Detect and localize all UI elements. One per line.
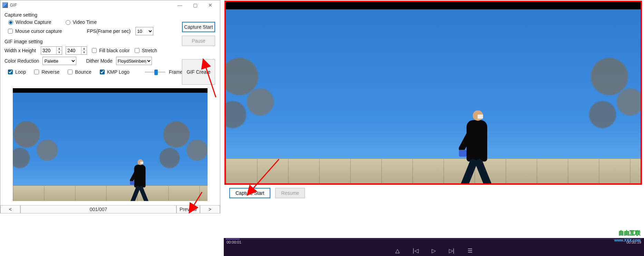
dialog-body: Capture setting Window Capture Video Tim… (0, 10, 220, 78)
width-down-icon[interactable]: ▼ (57, 51, 62, 54)
radio-window-capture-label: Window Capture (16, 19, 51, 25)
check-fill-black-input[interactable] (92, 48, 97, 53)
radio-window-capture[interactable]: Window Capture (7, 19, 51, 25)
pause-button[interactable]: Pause (182, 36, 215, 46)
prev-button[interactable]: < (0, 205, 20, 213)
radio-window-capture-input[interactable] (8, 20, 13, 25)
check-mouse-cursor[interactable]: Mouse cursor capture (7, 28, 62, 35)
titlebar: GIF — ▢ ✕ (0, 0, 220, 10)
check-fill-black-label: Fill black color (99, 48, 130, 53)
close-button[interactable]: ✕ (203, 0, 218, 10)
height-spin[interactable]: ▲▼ (66, 46, 87, 55)
progress-track[interactable] (226, 239, 642, 239)
check-fill-black[interactable]: Fill black color (90, 47, 130, 54)
width-input[interactable] (41, 47, 56, 54)
check-reverse-label: Reverse (41, 69, 59, 75)
radio-video-time-input[interactable] (66, 20, 70, 25)
minimize-button[interactable]: — (172, 0, 188, 10)
check-bounce-label: Bounce (75, 69, 91, 75)
preview-button[interactable]: Preview (176, 205, 200, 213)
dither-mode-select[interactable]: FloydSteinberg (116, 57, 152, 65)
fps-select[interactable]: 10 (135, 27, 153, 35)
slider-thumb-icon[interactable] (154, 70, 158, 75)
next-track-icon[interactable]: ▷| (449, 247, 454, 254)
watermark-text: 自由互联 (618, 229, 641, 237)
radio-video-time-label: Video Time (73, 19, 97, 25)
width-spin[interactable]: ▲▼ (41, 46, 62, 55)
check-reverse-input[interactable] (34, 70, 39, 74)
next-button[interactable]: > (200, 205, 220, 213)
check-kmp-logo-input[interactable] (100, 70, 105, 74)
gif-dialog: GIF — ▢ ✕ Capture setting Window Capture… (0, 0, 220, 213)
check-mouse-cursor-input[interactable] (8, 29, 13, 34)
watermark-url: www.XXX.com (614, 238, 641, 242)
width-height-label: Width x Height (4, 48, 36, 53)
app-icon (2, 2, 8, 8)
check-mouse-cursor-label: Mouse cursor capture (15, 28, 62, 34)
maximize-button[interactable]: ▢ (188, 0, 203, 10)
page-counter: 001/007 (20, 205, 176, 213)
preview-nav-bar: < 001/007 Preview > (0, 205, 220, 213)
color-reduction-label: Color Reduction (4, 58, 39, 64)
fps-label: FPS(Frame per sec) (87, 28, 131, 34)
check-loop-label: Loop (15, 69, 26, 75)
capture-setting-label: Capture setting (4, 12, 217, 18)
check-bounce-input[interactable] (68, 70, 73, 74)
preview-image (13, 88, 208, 201)
check-loop-input[interactable] (8, 70, 13, 74)
check-stretch[interactable]: Stretch (133, 47, 157, 54)
progress-played (226, 239, 240, 239)
check-bounce[interactable]: Bounce (66, 68, 91, 75)
play-icon[interactable]: ▷ (432, 247, 436, 254)
check-kmp-logo[interactable]: KMP Logo (98, 68, 129, 75)
video-capture-start-button[interactable]: Capture Start (229, 188, 270, 198)
color-reduction-select[interactable]: Palette (42, 57, 76, 65)
check-loop[interactable]: Loop (7, 68, 26, 75)
width-up-icon[interactable]: ▲ (57, 47, 62, 51)
video-panel: Capture Start Resume 00:00:01 00:00:19 △… (224, 0, 644, 256)
check-reverse[interactable]: Reverse (33, 68, 59, 75)
frame-speed-slider[interactable] (145, 69, 165, 75)
check-stretch-label: Stretch (142, 48, 157, 53)
player-bar: 00:00:01 00:00:19 △ |◁ ▷ ▷| ☰ (224, 238, 644, 256)
gif-create-button[interactable]: GIF Create (182, 59, 215, 85)
stop-icon[interactable]: △ (395, 247, 400, 254)
playlist-icon[interactable]: ☰ (468, 247, 472, 254)
radio-video-time[interactable]: Video Time (64, 19, 97, 25)
video-frame (224, 1, 642, 185)
capture-start-button[interactable]: Capture Start (182, 22, 215, 32)
check-kmp-logo-label: KMP Logo (107, 69, 129, 75)
check-stretch-input[interactable] (135, 48, 140, 53)
prev-track-icon[interactable]: |◁ (413, 247, 418, 254)
video-toolbar: Capture Start Resume (227, 186, 642, 200)
window-title: GIF (10, 3, 172, 8)
height-input[interactable] (66, 47, 81, 54)
height-down-icon[interactable]: ▼ (81, 51, 87, 54)
video-resume-button[interactable]: Resume (275, 188, 305, 198)
time-current: 00:00:01 (227, 240, 241, 244)
height-up-icon[interactable]: ▲ (81, 47, 87, 51)
dither-mode-label: Dither Mode (86, 58, 112, 64)
